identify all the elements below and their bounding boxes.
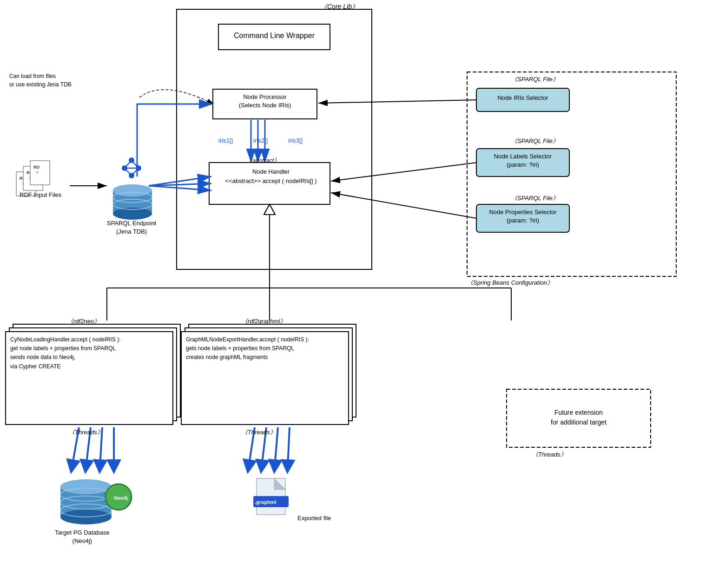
svg-point-75 bbox=[60, 504, 112, 517]
svg-point-47 bbox=[136, 165, 141, 171]
threads-label-3: 《Threads》 bbox=[532, 451, 567, 459]
svg-text:RD: RD bbox=[20, 176, 26, 181]
svg-point-74 bbox=[60, 496, 112, 509]
sparql-file-label-3: 《SPARQL File》 bbox=[511, 194, 559, 203]
svg-point-45 bbox=[129, 157, 134, 163]
svg-point-73 bbox=[60, 488, 112, 501]
svg-text:RD: RD bbox=[26, 170, 33, 175]
svg-point-71 bbox=[60, 510, 112, 524]
node-properties-selector-text: Node Properties Selector (param: ?iri) bbox=[479, 208, 567, 225]
iris3-label: iris3[] bbox=[288, 137, 303, 144]
svg-line-49 bbox=[125, 160, 132, 168]
sparql-file-label-2: 《SPARQL File》 bbox=[511, 137, 559, 145]
svg-line-39 bbox=[288, 427, 290, 467]
target-pg-label: Target PG Database (Neo4j) bbox=[55, 529, 110, 545]
svg-point-46 bbox=[122, 165, 127, 171]
svg-point-59 bbox=[113, 199, 152, 209]
svg-marker-20 bbox=[264, 204, 275, 215]
cy-node-text: CyNodeLoadingHandler.accept ( nodeIRIS )… bbox=[10, 335, 171, 371]
svg-line-12 bbox=[149, 186, 211, 190]
cmd-wrapper-text: Command Line Wrapper bbox=[228, 32, 321, 40]
svg-line-17 bbox=[331, 163, 476, 181]
iris1-label: iris1[] bbox=[218, 137, 233, 144]
svg-rect-80 bbox=[253, 496, 289, 507]
node-handler-text: Node Handler <<abstract>> accept ( nodeI… bbox=[213, 167, 329, 185]
rdf2neo-label: 《rdf2neo》 bbox=[67, 317, 100, 326]
rdf2graphml-label: 《rdf2graphml》 bbox=[242, 317, 286, 326]
svg-line-52 bbox=[132, 168, 138, 176]
threads-label-1: 《Threads》 bbox=[69, 428, 103, 437]
svg-text:F: F bbox=[22, 182, 25, 186]
threads-label-2: 《Threads》 bbox=[242, 428, 276, 437]
svg-text:RD: RD bbox=[33, 165, 40, 170]
svg-rect-70 bbox=[60, 487, 112, 517]
node-processor-text: Node Processor (Selects Node IRIs) bbox=[216, 93, 314, 110]
svg-line-16 bbox=[318, 100, 476, 103]
svg-text:F: F bbox=[29, 176, 32, 180]
diagram-arrows: RD F RD F RD F Neo4j .graphml bbox=[0, 0, 712, 588]
svg-line-51 bbox=[125, 168, 132, 176]
svg-marker-9 bbox=[265, 204, 274, 213]
spring-beans-label: 《Spring Beans Configuration》 bbox=[467, 279, 553, 287]
svg-marker-79 bbox=[274, 478, 285, 490]
svg-rect-63 bbox=[23, 166, 43, 190]
graphml-node-text: GraphMLNodeExportHandler.accept ( nodeIR… bbox=[186, 335, 346, 362]
svg-text:Neo4j: Neo4j bbox=[114, 495, 128, 501]
svg-point-58 bbox=[113, 192, 152, 203]
core-lib-label: 《Core Lib》 bbox=[321, 3, 358, 11]
svg-point-76 bbox=[105, 484, 132, 510]
svg-text:F: F bbox=[36, 170, 39, 175]
svg-point-54 bbox=[113, 184, 152, 196]
diagram-container: RD F RD F RD F Neo4j .graphml 《Core Lib》 bbox=[0, 0, 712, 588]
rdf-input-label: RDF Input Files bbox=[20, 191, 61, 198]
svg-point-56 bbox=[113, 208, 152, 220]
exported-file-label: Exported file bbox=[297, 515, 331, 522]
svg-text:.graphml: .graphml bbox=[255, 499, 276, 505]
svg-point-57 bbox=[113, 184, 152, 196]
svg-point-48 bbox=[129, 173, 134, 178]
svg-line-10 bbox=[149, 176, 211, 186]
svg-line-50 bbox=[132, 160, 138, 168]
node-labels-selector-text: Node Labels Selector (param: ?iri) bbox=[479, 152, 567, 169]
svg-point-72 bbox=[60, 479, 112, 494]
svg-rect-4 bbox=[467, 72, 676, 276]
svg-line-18 bbox=[331, 193, 476, 218]
abstract-label: 《abstract》 bbox=[246, 157, 280, 165]
node-iris-selector-text: Node IRIs Selector bbox=[479, 94, 567, 101]
svg-point-69 bbox=[60, 479, 112, 494]
svg-rect-78 bbox=[257, 478, 285, 515]
iris2-label: iris2[] bbox=[253, 137, 268, 144]
sparql-file-label-1: 《SPARQL File》 bbox=[511, 75, 559, 84]
future-extension-text: Future extension for additional target bbox=[511, 408, 646, 427]
sparql-endpoint-label: SPARQL Endpoint (Jena TDB) bbox=[107, 219, 156, 236]
svg-rect-0 bbox=[177, 9, 372, 269]
svg-rect-55 bbox=[113, 190, 152, 214]
svg-line-11 bbox=[149, 183, 211, 186]
can-load-label: Can load from files or use existing Jena… bbox=[9, 72, 72, 89]
svg-rect-66 bbox=[30, 161, 50, 185]
